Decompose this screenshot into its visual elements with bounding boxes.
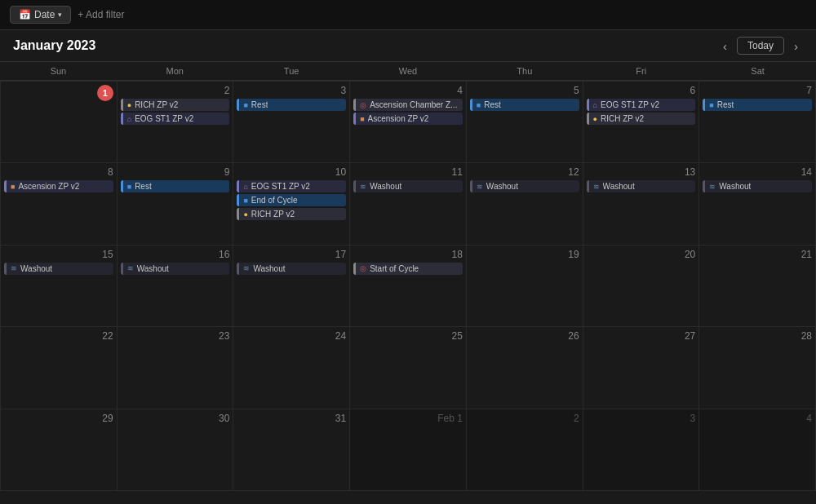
event[interactable]: ≋Washout bbox=[4, 263, 113, 275]
day-cell[interactable]: 27 bbox=[583, 327, 700, 409]
day-cell[interactable]: 25 bbox=[350, 327, 467, 409]
chevron-down-icon: ▾ bbox=[58, 11, 62, 19]
month-title: January 2023 bbox=[13, 38, 95, 53]
day-cell[interactable]: 31 bbox=[233, 409, 350, 491]
event[interactable]: ≋Washout bbox=[703, 180, 812, 192]
event[interactable]: ■Rest bbox=[237, 99, 346, 111]
day-cell[interactable]: 13≋Washout bbox=[583, 163, 700, 245]
event[interactable]: ●RICH ZP v2 bbox=[121, 99, 230, 111]
event[interactable]: ⌂EOG ST1 ZP v2 bbox=[587, 99, 696, 111]
next-month-button[interactable]: › bbox=[789, 38, 803, 55]
weekday-sat: Sat bbox=[699, 62, 816, 80]
day-cell[interactable]: 14≋Washout bbox=[699, 163, 816, 245]
day-cell[interactable]: 9■Rest bbox=[118, 163, 234, 245]
event[interactable]: ■End of Cycle bbox=[237, 194, 346, 206]
day-cell[interactable]: 8■Ascension ZP v2 bbox=[1, 163, 118, 245]
event[interactable]: ⌂EOG ST1 ZP v2 bbox=[121, 113, 230, 125]
day-cell[interactable]: 20 bbox=[583, 245, 700, 327]
day-cell[interactable]: 10⌂EOG ST1 ZP v2■End of Cycle●RICH ZP v2 bbox=[233, 163, 350, 245]
weekdays-row: Sun Mon Tue Wed Thu Fri Sat bbox=[0, 61, 816, 81]
day-cell[interactable]: 29 bbox=[1, 409, 118, 491]
calendar-header: January 2023 ‹ Today › bbox=[0, 30, 816, 61]
event[interactable]: ■Rest bbox=[703, 99, 812, 111]
day-cell[interactable]: 26 bbox=[467, 327, 583, 409]
day-cell[interactable]: 15≋Washout bbox=[1, 245, 118, 327]
day-cell[interactable]: 18◎Start of Cycle bbox=[350, 245, 467, 327]
day-cell[interactable]: 24 bbox=[233, 327, 350, 409]
day-cell[interactable]: 12≋Washout bbox=[467, 163, 583, 245]
event[interactable]: ●RICH ZP v2 bbox=[237, 208, 346, 220]
day-cell[interactable]: 22 bbox=[1, 327, 118, 409]
event[interactable]: ≋Washout bbox=[587, 180, 696, 192]
prev-month-button[interactable]: ‹ bbox=[718, 38, 732, 55]
weekday-mon: Mon bbox=[117, 62, 233, 80]
event[interactable]: ≋Washout bbox=[237, 263, 346, 275]
event[interactable]: ■Rest bbox=[470, 99, 579, 111]
day-cell[interactable]: 17≋Washout bbox=[233, 245, 350, 327]
day-cell[interactable]: 4 bbox=[699, 409, 816, 491]
day-cell[interactable]: 19 bbox=[467, 245, 583, 327]
weekday-wed: Wed bbox=[350, 62, 467, 80]
today-button[interactable]: Today bbox=[737, 37, 784, 55]
weekday-thu: Thu bbox=[466, 62, 583, 80]
day-cell[interactable]: Feb 1 bbox=[350, 409, 467, 491]
day-cell[interactable]: 7■Rest bbox=[699, 82, 816, 163]
event[interactable]: ◎Start of Cycle bbox=[353, 263, 463, 275]
day-cell[interactable]: 11≋Washout bbox=[350, 163, 467, 245]
add-filter-label: + Add filter bbox=[78, 9, 124, 20]
day-cell[interactable]: 16≋Washout bbox=[118, 245, 234, 327]
day-cell[interactable]: 2●RICH ZP v2⌂EOG ST1 ZP v2 bbox=[118, 82, 234, 163]
event[interactable]: ⌂EOG ST1 ZP v2 bbox=[237, 180, 346, 192]
event[interactable]: ≋Washout bbox=[121, 263, 230, 275]
event[interactable]: ■Ascension ZP v2 bbox=[4, 180, 113, 192]
nav-controls: ‹ Today › bbox=[718, 37, 803, 55]
day-cell[interactable]: 3■Rest bbox=[233, 82, 350, 163]
day-cell[interactable]: 30 bbox=[118, 409, 234, 491]
day-cell[interactable]: 21 bbox=[699, 245, 816, 327]
weekday-tue: Tue bbox=[233, 62, 350, 80]
add-filter-button[interactable]: + Add filter bbox=[78, 9, 124, 20]
weekday-sun: Sun bbox=[0, 62, 117, 80]
day-cell[interactable]: 4◎Ascension Chamber Z...■Ascension ZP v2 bbox=[350, 82, 467, 163]
day-cell[interactable]: 1 bbox=[1, 82, 118, 163]
day-cell[interactable]: 5■Rest bbox=[467, 82, 583, 163]
event[interactable]: ≋Washout bbox=[470, 180, 579, 192]
day-cell[interactable]: 23 bbox=[118, 327, 234, 409]
day-cell[interactable]: 28 bbox=[699, 327, 816, 409]
event[interactable]: ■Ascension ZP v2 bbox=[353, 113, 463, 125]
day-cell[interactable]: 6⌂EOG ST1 ZP v2●RICH ZP v2 bbox=[583, 82, 700, 163]
event[interactable]: ●RICH ZP v2 bbox=[587, 113, 696, 125]
event[interactable]: ≋Washout bbox=[353, 180, 463, 192]
date-filter-label: Date bbox=[34, 9, 55, 20]
event[interactable]: ■Rest bbox=[121, 180, 230, 192]
calendar-icon: 📅 bbox=[19, 9, 31, 20]
day-cell[interactable]: 3 bbox=[583, 409, 700, 491]
weekday-fri: Fri bbox=[583, 62, 699, 80]
date-filter-button[interactable]: 📅 Date ▾ bbox=[10, 6, 71, 24]
calendar-grid: 12●RICH ZP v2⌂EOG ST1 ZP v23■Rest4◎Ascen… bbox=[0, 81, 816, 491]
top-bar: 📅 Date ▾ + Add filter bbox=[0, 0, 816, 30]
event[interactable]: ◎Ascension Chamber Z... bbox=[353, 99, 463, 111]
day-cell[interactable]: 2 bbox=[467, 409, 583, 491]
